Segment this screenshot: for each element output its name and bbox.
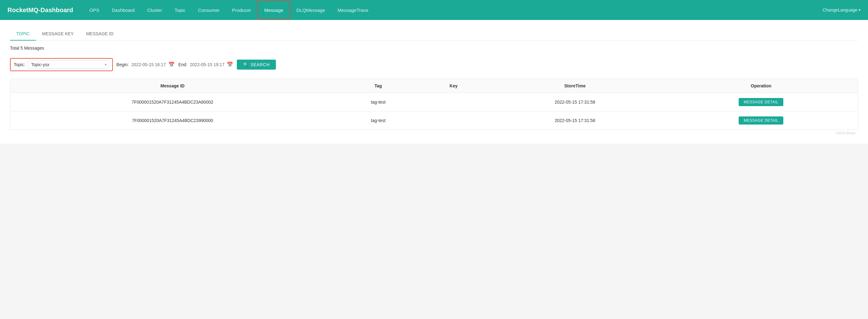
tabs-container: TOPICMESSAGE KEYMESSAGE ID [10, 28, 858, 41]
begin-label: Begin: [117, 62, 129, 67]
cell-tag-1: tag-test [335, 111, 422, 130]
tab-message_id[interactable]: MESSAGE ID [80, 28, 120, 41]
cell-key-0 [422, 93, 486, 111]
end-value: 2022-05-15 19:17 [190, 62, 225, 67]
topic-select-wrapper: Topic-ysx [28, 61, 109, 69]
table-row: 7F000001520A7F31245A4BDC23990000tag-test… [10, 111, 858, 130]
th-store_time: StoreTime [486, 79, 664, 93]
main-content: TOPICMESSAGE KEYMESSAGE ID Total 5 Messa… [0, 20, 868, 144]
table-header-row: Message IDTagKeyStoreTimeOperation [10, 79, 858, 93]
cell-store-time-0: 2022-05-15 17:31:58 [486, 93, 664, 111]
change-language[interactable]: ChangeLanguage [823, 7, 861, 12]
nav-item-dashboard[interactable]: Dashboard [105, 0, 141, 20]
cell-key-1 [422, 111, 486, 130]
tab-message_key[interactable]: MESSAGE KEY [36, 28, 80, 41]
end-date-group: End: 2022-05-15 19:17 📅 [178, 62, 233, 68]
end-label: End: [178, 62, 187, 67]
filter-row: Topic: Topic-ysx Begin: 2022-05-15 16:17… [10, 58, 858, 71]
nav-item-consumer[interactable]: Consumer [192, 0, 226, 20]
nav-item-dlqmessage[interactable]: DLQMessage [290, 0, 332, 20]
table-row: 7F000001520A7F31245A4BDC23A80002tag-test… [10, 93, 858, 111]
tab-topic[interactable]: TOPIC [10, 28, 36, 41]
topic-select[interactable]: Topic-ysx [28, 61, 109, 69]
nav-item-topic[interactable]: Topic [168, 0, 192, 20]
table-body: 7F000001520A7F31245A4BDC23A80002tag-test… [10, 93, 858, 130]
search-icon: 🔍 [243, 62, 249, 67]
search-label: SEARCH [251, 62, 270, 67]
nav-item-cluster[interactable]: Cluster [141, 0, 168, 20]
table-header: Message IDTagKeyStoreTimeOperation [10, 79, 858, 93]
th-key: Key [422, 79, 486, 93]
cell-message-id-1: 7F000001520A7F31245A4BDC23990000 [10, 111, 335, 130]
cell-operation-1: MESSAGE DETAIL [664, 111, 858, 130]
navbar: RocketMQ-Dashboard OPSDashboardClusterTo… [0, 0, 868, 20]
end-calendar-icon[interactable]: 📅 [227, 62, 233, 68]
message-detail-button-1[interactable]: MESSAGE DETAIL [739, 116, 783, 125]
message-detail-button-0[interactable]: MESSAGE DETAIL [739, 98, 783, 106]
search-button[interactable]: 🔍 SEARCH [237, 60, 276, 70]
th-operation: Operation [664, 79, 858, 93]
cell-operation-0: MESSAGE DETAIL [664, 93, 858, 111]
topic-label: Topic: [14, 62, 25, 67]
nav-menu: OPSDashboardClusterTopicConsumerProducer… [83, 0, 823, 20]
nav-item-ops[interactable]: OPS [83, 0, 105, 20]
cell-message-id-0: 7F000001520A7F31245A4BDC23A80002 [10, 93, 335, 111]
nav-item-message[interactable]: Message [257, 0, 290, 20]
brand[interactable]: RocketMQ-Dashboard [7, 6, 73, 14]
th-message_id: Message ID [10, 79, 335, 93]
nav-item-messagetrace[interactable]: MessageTrace [331, 0, 375, 20]
th-tag: Tag [335, 79, 422, 93]
message-table-wrapper: Message IDTagKeyStoreTimeOperation 7F000… [10, 79, 858, 130]
cell-tag-0: tag-test [335, 93, 422, 111]
total-messages: Total 5 Messages [10, 45, 858, 50]
footer-note: ©2016 Brave [10, 130, 858, 136]
begin-calendar-icon[interactable]: 📅 [168, 62, 175, 68]
nav-item-producer[interactable]: Producer [226, 0, 257, 20]
begin-value: 2022-05-15 16:17 [131, 62, 166, 67]
topic-filter-box: Topic: Topic-ysx [10, 58, 113, 71]
message-table: Message IDTagKeyStoreTimeOperation 7F000… [10, 79, 858, 130]
cell-store-time-1: 2022-05-15 17:31:58 [486, 111, 664, 130]
begin-date-group: Begin: 2022-05-15 16:17 📅 [117, 62, 175, 68]
